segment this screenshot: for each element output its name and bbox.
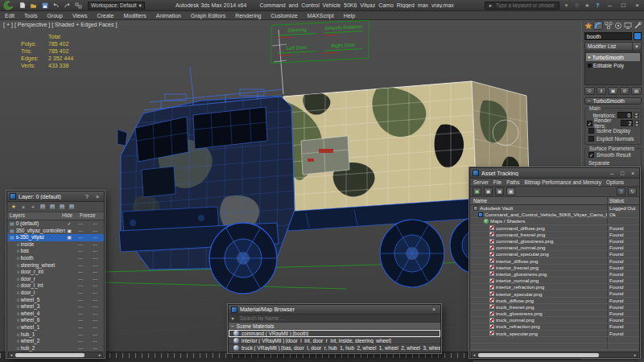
- freeze-toggle[interactable]: —: [88, 228, 102, 235]
- layer-marker-icon[interactable]: ▣: [65, 228, 73, 235]
- add-to-layer-icon[interactable]: +: [29, 204, 37, 210]
- object-color-swatch[interactable]: [634, 32, 642, 40]
- iterations-value[interactable]: 0: [617, 112, 632, 118]
- rig-slider-value[interactable]: [324, 35, 337, 36]
- layer-object-row[interactable]: ◊wheel_4 — —: [7, 311, 104, 318]
- menu-item[interactable]: Rendering: [230, 11, 266, 20]
- layer-object-row[interactable]: ◊hub_2 — —: [7, 345, 104, 352]
- help-icon[interactable]: ?: [617, 187, 625, 195]
- hide-toggle[interactable]: —: [73, 276, 88, 283]
- column-name[interactable]: Name: [470, 197, 607, 205]
- scene-link-icon[interactable]: [74, 2, 83, 10]
- menu-item[interactable]: Server: [473, 179, 489, 185]
- maximize-icon[interactable]: □: [618, 169, 626, 178]
- minimize-icon[interactable]: –: [608, 169, 616, 178]
- open-file-icon[interactable]: [29, 2, 38, 10]
- material-search-input[interactable]: [237, 315, 440, 322]
- select-layer-icon[interactable]: ▤: [39, 204, 47, 210]
- highlighted-tool-icon[interactable]: ▣: [506, 187, 515, 195]
- asset-row-texture[interactable]: truck_normal.png Found: [470, 317, 639, 323]
- rig-slider-track[interactable]: [277, 33, 316, 36]
- rig-slider-value[interactable]: [277, 55, 291, 56]
- asset-row-texture[interactable]: interior_specular.png Found: [470, 290, 639, 297]
- viewport-menu-general[interactable]: [ + ]: [3, 22, 13, 27]
- menu-item[interactable]: Group: [42, 11, 67, 20]
- asset-row-vault[interactable]: Autodesk Vault Logged Out: [470, 205, 639, 212]
- undo-icon[interactable]: [52, 2, 60, 10]
- layer-row-vityaz-selected[interactable]: ▤s-350_vityaz ▣ — —: [7, 234, 104, 241]
- hide-toggle[interactable]: —: [73, 303, 88, 311]
- freeze-toggle[interactable]: —: [88, 248, 102, 255]
- hide-toggle[interactable]: —: [73, 324, 88, 331]
- save-file-icon[interactable]: [40, 2, 49, 10]
- freeze-toggle[interactable]: —: [88, 269, 102, 276]
- current-layer-check-icon[interactable]: ✓: [65, 220, 73, 228]
- asset-row-texture[interactable]: command_fresnel.png Found: [470, 232, 639, 238]
- layer-object-row[interactable]: ◊door_r — —: [7, 276, 104, 283]
- freeze-toggle[interactable]: —: [88, 331, 102, 339]
- freeze-toggle[interactable]: —: [88, 317, 102, 324]
- freeze-toggle[interactable]: —: [88, 234, 102, 241]
- new-scene-icon[interactable]: [18, 2, 27, 10]
- asset-row-texture[interactable]: command_glossiness.png Found: [470, 238, 639, 245]
- material-row-truck[interactable]: truck ( VRayMtl ) [bas, door_l, door_r, …: [229, 344, 440, 352]
- highlight-layer-icon[interactable]: ▤: [48, 204, 56, 210]
- minimize-button[interactable]: –: [605, 1, 615, 10]
- hide-layer-icon[interactable]: ▤: [58, 204, 66, 210]
- search-settings-icon[interactable]: ▾: [563, 2, 570, 10]
- menu-item[interactable]: Modifiers: [118, 11, 151, 20]
- layer-object-row[interactable]: ◊wheel_1 — —: [7, 324, 104, 331]
- create-layer-icon[interactable]: ★: [10, 204, 18, 210]
- viewport-menu-shading[interactable]: [ Shaded + Edged Faces ]: [52, 22, 117, 27]
- menu-item[interactable]: Options: [606, 179, 624, 185]
- motion-tab-icon[interactable]: [613, 21, 622, 30]
- render-iters-spinner[interactable]: ▴▾: [634, 120, 639, 126]
- hide-toggle[interactable]: —: [73, 345, 88, 352]
- display-tab-icon[interactable]: [624, 21, 633, 30]
- smooth-result-checkbox[interactable]: ✓: [588, 152, 594, 158]
- layer-object-row[interactable]: ◊wheel_2 — —: [7, 338, 104, 345]
- layer-object-row[interactable]: ◊hub_1 — —: [7, 331, 104, 339]
- workspace-dropdown[interactable]: Workspace: Default ▾: [88, 2, 145, 10]
- turbosmooth-rollout-header[interactable]: − TurboSmooth: [584, 97, 642, 105]
- asset-row-texture[interactable]: truck_diffuse.png Found: [470, 298, 639, 304]
- freeze-toggle[interactable]: —: [88, 290, 102, 297]
- utilities-tab-icon[interactable]: [634, 21, 642, 30]
- render-iters-value[interactable]: 2: [621, 120, 633, 126]
- hide-toggle[interactable]: —: [73, 220, 88, 228]
- hide-toggle[interactable]: —: [73, 255, 88, 262]
- asset-row-maps-group[interactable]: Maps / Shaders: [470, 218, 639, 224]
- close-icon[interactable]: ×: [430, 305, 438, 314]
- layer-object-row[interactable]: ◊door_l — —: [7, 290, 104, 297]
- asset-tracking-titlebar[interactable]: Asset Tracking – □ ×: [470, 168, 639, 179]
- asset-row-texture[interactable]: interior_normal.png Found: [470, 278, 639, 284]
- iterations-spinner[interactable]: ▴▾: [634, 112, 639, 118]
- render-iters-checkbox[interactable]: ✓: [587, 121, 592, 126]
- spinner-down-icon[interactable]: ▾: [634, 115, 639, 118]
- hide-toggle[interactable]: —: [73, 297, 88, 304]
- viewport-menu-pov[interactable]: [ Perspective ]: [14, 22, 50, 27]
- menu-item[interactable]: Tools: [19, 11, 42, 20]
- rig-control[interactable]: Left Door: [273, 43, 320, 60]
- freeze-toggle[interactable]: —: [88, 297, 102, 304]
- freeze-toggle[interactable]: —: [88, 324, 102, 331]
- menu-item[interactable]: Create: [92, 11, 118, 20]
- asset-horizontal-scrollbar[interactable]: ◂ ▸: [471, 352, 638, 358]
- layer-marker-icon[interactable]: ▣: [65, 234, 73, 241]
- collapse-icon[interactable]: −: [231, 323, 234, 329]
- scrollbar-thumb[interactable]: [15, 353, 85, 357]
- asset-row-scene-file[interactable]: Command_and_Control_Vehicle_50K6_Vityaz_…: [470, 212, 639, 218]
- help-icon[interactable]: ?: [83, 192, 91, 201]
- asset-row-texture[interactable]: interior_glossiness.png Found: [470, 271, 639, 278]
- asset-row-texture[interactable]: command_diffuse.png Found: [470, 225, 639, 232]
- redo-icon[interactable]: [63, 2, 72, 10]
- hide-toggle[interactable]: —: [73, 338, 88, 345]
- rig-control[interactable]: Right Door: [320, 41, 366, 58]
- hide-toggle[interactable]: —: [73, 290, 88, 297]
- layer-horizontal-scrollbar[interactable]: ◂ ▸: [8, 352, 103, 358]
- layer-window-titlebar[interactable]: Layer: 0 (default) ? ×: [7, 191, 104, 202]
- hide-toggle[interactable]: —: [73, 248, 88, 255]
- help-icon[interactable]: ?: [594, 2, 601, 10]
- make-unique-icon[interactable]: ▣: [608, 87, 618, 95]
- asset-row-texture[interactable]: interior_refraction.png Found: [470, 284, 639, 290]
